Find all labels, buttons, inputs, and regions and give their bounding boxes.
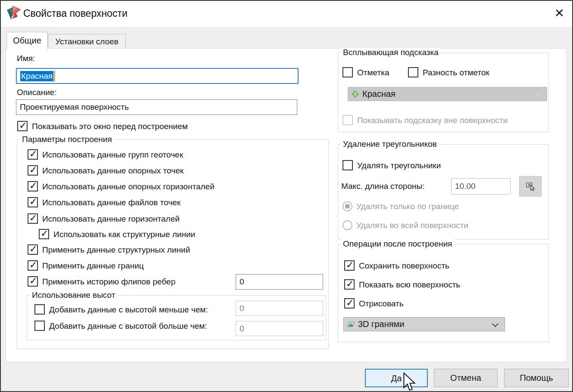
max-side-label: Макс. длина стороны: xyxy=(341,182,424,191)
check-icon: ✓ xyxy=(346,278,354,290)
above-height-input[interactable]: 0 xyxy=(236,321,323,336)
use-point-files-label: Использовать данные файлов точек xyxy=(42,198,181,207)
mouse-cursor xyxy=(403,372,418,392)
save-surface-label: Сохранить поверхность xyxy=(359,261,449,271)
use-control-contours-label: Использовать данные опорных горизонталей xyxy=(42,182,215,191)
title-bar: Свойства поверхности ✕ xyxy=(1,1,572,27)
ok-button[interactable]: Да xyxy=(365,369,428,387)
use-point-files-checkbox[interactable]: ✓ xyxy=(28,197,38,207)
draw-label: Отрисовать xyxy=(359,299,404,309)
elevation-diff-label: Разность отметок xyxy=(423,68,489,77)
3d-face-icon xyxy=(347,321,355,327)
check-icon: ✓ xyxy=(29,148,37,160)
add-below-height-checkbox[interactable] xyxy=(34,304,45,315)
tooltip-surface-value: Красная xyxy=(362,89,395,99)
use-contours-checkbox[interactable]: ✓ xyxy=(28,213,38,224)
apply-boundaries-label: Применить данные границ xyxy=(42,261,144,271)
use-control-points-label: Использовать данные опорных точек xyxy=(42,166,184,176)
boundary-only-label: Удалять только по границе xyxy=(356,202,459,211)
tooltip-outside-checkbox xyxy=(343,115,353,125)
show-dialog-checkbox[interactable]: ✓ xyxy=(17,121,28,131)
show-dialog-label: Показывать это окно перед построением xyxy=(32,122,188,131)
check-icon: ✓ xyxy=(29,275,37,287)
check-icon: ✓ xyxy=(29,164,37,176)
apply-breaklines-checkbox[interactable]: ✓ xyxy=(28,244,38,255)
remove-triangles-label: Удалять треугольники xyxy=(357,161,441,170)
add-below-height-label: Добавить данные с высотой меньше чем: xyxy=(49,305,208,315)
group-triangle-removal-title: Удаление треугольников xyxy=(341,139,439,149)
flip-count-input[interactable]: 0 xyxy=(236,274,323,290)
pick-cursor-icon xyxy=(525,181,536,191)
group-heights-title: Использование высот xyxy=(30,290,117,300)
use-point-groups-label: Использовать данные групп геоточек xyxy=(42,150,183,160)
check-icon: ✓ xyxy=(346,297,354,309)
check-icon: ✓ xyxy=(40,228,48,239)
apply-flip-history-checkbox[interactable]: ✓ xyxy=(28,276,38,287)
surface-properties-dialog: Свойства поверхности ✕ Общие Установки с… xyxy=(0,0,573,392)
draw-mode-value: 3D гранями xyxy=(358,319,404,329)
elevation-checkbox[interactable] xyxy=(343,67,353,77)
group-post-build-title: Операции после построения xyxy=(341,239,455,249)
name-input-selected-text: Красная xyxy=(20,71,53,81)
check-icon: ✓ xyxy=(346,259,354,271)
chevron-down-icon xyxy=(492,321,499,327)
tab-general[interactable]: Общие xyxy=(6,32,48,49)
apply-boundaries-checkbox[interactable]: ✓ xyxy=(28,260,38,271)
elevation-diff-checkbox[interactable] xyxy=(408,67,418,77)
remove-triangles-checkbox[interactable] xyxy=(343,160,353,170)
group-tooltip-title: Всплывающая подсказка xyxy=(341,48,441,57)
check-icon: ✓ xyxy=(19,120,27,131)
add-above-height-label: Добавить данные с высотой больше чем: xyxy=(49,321,207,331)
description-input[interactable]: Проектируемая поверхность xyxy=(16,99,297,115)
description-label: Описание: xyxy=(17,88,57,97)
check-icon: ✓ xyxy=(29,213,37,224)
elevation-label: Отметка xyxy=(357,68,389,77)
save-surface-checkbox[interactable]: ✓ xyxy=(344,260,355,271)
tooltip-surface-select[interactable]: Красная xyxy=(348,87,547,101)
tab-layer-settings[interactable]: Установки слоев xyxy=(48,34,126,49)
show-all-surface-checkbox[interactable]: ✓ xyxy=(344,279,355,290)
check-icon: ✓ xyxy=(29,180,37,191)
name-label: Имя: xyxy=(17,54,35,63)
draw-mode-select[interactable]: 3D гранями xyxy=(343,317,505,331)
check-icon: ✓ xyxy=(29,196,37,207)
pick-in-drawing-button[interactable] xyxy=(519,176,542,197)
whole-surface-label: Удалять во всей поверхности xyxy=(356,221,468,230)
cancel-button[interactable]: Отмена xyxy=(434,369,498,387)
apply-breaklines-label: Применить данные структурных линий xyxy=(42,245,190,255)
use-control-contours-checkbox[interactable]: ✓ xyxy=(28,181,38,191)
draw-checkbox[interactable]: ✓ xyxy=(344,298,355,309)
app-logo-icon xyxy=(6,5,22,23)
group-build-params-title: Параметры построения xyxy=(20,135,114,144)
add-above-height-checkbox[interactable] xyxy=(34,321,45,331)
use-point-groups-checkbox[interactable]: ✓ xyxy=(28,149,38,160)
use-as-breaklines-label: Использовать как структурные линии xyxy=(53,230,195,239)
check-icon: ✓ xyxy=(29,259,37,271)
use-as-breaklines-checkbox[interactable]: ✓ xyxy=(39,229,49,239)
show-all-surface-label: Показать всю поверхность xyxy=(359,280,460,290)
use-control-points-checkbox[interactable]: ✓ xyxy=(28,165,38,176)
tooltip-outside-label: Показывать подсказку вне поверхности xyxy=(357,116,508,125)
dialog-title: Свойства поверхности xyxy=(23,8,128,19)
surface-icon xyxy=(352,90,359,98)
apply-flip-history-label: Применить историю флипов ребер xyxy=(42,277,175,287)
below-height-input[interactable]: 0 xyxy=(236,301,323,316)
name-input[interactable]: Красная xyxy=(16,68,299,84)
check-icon: ✓ xyxy=(29,244,37,255)
help-button[interactable]: Помощь xyxy=(504,369,569,387)
boundary-only-radio xyxy=(343,201,352,211)
chevron-down-icon xyxy=(534,90,541,97)
use-contours-label: Использовать данные горизонталей xyxy=(42,214,180,224)
close-icon[interactable]: ✕ xyxy=(554,6,564,21)
whole-surface-radio xyxy=(343,220,352,230)
text-caret xyxy=(54,71,55,82)
max-side-input[interactable]: 10.00 xyxy=(451,178,511,194)
